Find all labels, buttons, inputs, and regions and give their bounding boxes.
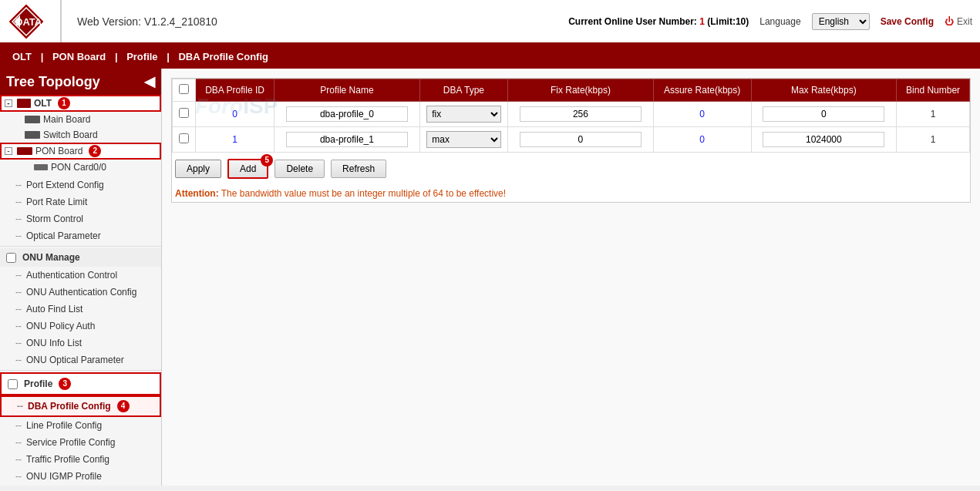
- row-checkbox[interactable]: [179, 108, 189, 118]
- th-dba-profile-id: DBA Profile ID: [196, 79, 274, 102]
- sidebar-title: Tree Topology: [6, 74, 100, 90]
- nav-port-extend-config[interactable]: -- Port Extend Config: [0, 177, 161, 193]
- breadcrumb-pon-board[interactable]: PON Board: [52, 51, 106, 62]
- profile-name-input[interactable]: [286, 106, 408, 122]
- online-users: Current Online User Number: 1 (Limit:10): [568, 16, 749, 27]
- nav-traffic-profile-config[interactable]: -- Traffic Profile Config: [0, 451, 161, 468]
- dba-profile-table: DBA Profile ID Profile Name DBA Type Fix…: [172, 79, 970, 153]
- power-icon: ⏻: [945, 16, 954, 27]
- fix-rate-input[interactable]: [520, 132, 642, 147]
- logo: DATA: [8, 3, 45, 40]
- sidebar-item-pon-board[interactable]: - PON Board 2: [0, 143, 161, 160]
- row-checkbox-cell: [173, 102, 196, 127]
- breadcrumb-olt[interactable]: OLT: [12, 51, 32, 62]
- web-version: Web Version: V1.2.4_210810: [77, 15, 568, 28]
- add-button[interactable]: Add 5: [227, 159, 268, 179]
- olt-badge: 1: [58, 97, 70, 109]
- row-bind-number: 1: [897, 127, 970, 153]
- expand-icon: -: [5, 99, 12, 107]
- row-fix-rate: [508, 102, 654, 127]
- row-fix-rate: [508, 127, 654, 153]
- th-fix-rate: Fix Rate(kbps): [508, 79, 654, 102]
- max-rate-input[interactable]: [763, 106, 884, 122]
- table-body: 0fixmaxassureassure+fixassure+max011fixm…: [173, 102, 970, 153]
- nav-onu-policy-auth[interactable]: -- ONU Policy Auth: [0, 318, 161, 335]
- profile-checkbox[interactable]: [8, 379, 18, 389]
- delete-button[interactable]: Delete: [274, 160, 325, 178]
- switch-board-icon: [25, 131, 40, 139]
- nav-storm-control[interactable]: -- Storm Control: [0, 210, 161, 227]
- nav-profile-header[interactable]: Profile 3: [0, 372, 161, 395]
- table-scroll-area: DBA Profile ID Profile Name DBA Type Fix…: [172, 79, 970, 153]
- profile-badge: 3: [59, 378, 71, 390]
- fix-rate-input[interactable]: [520, 106, 642, 122]
- nav-service-profile-config[interactable]: -- Service Profile Config: [0, 434, 161, 451]
- th-checkbox: [173, 79, 196, 102]
- nav-onu-multicast-acl[interactable]: -- ONU Multicast ACL: [0, 485, 161, 486]
- th-dba-type: DBA Type: [419, 79, 507, 102]
- sidebar-item-olt[interactable]: - OLT 1: [0, 95, 161, 112]
- nav-onu-manage[interactable]: ONU Manage: [0, 248, 161, 267]
- header-right: Current Online User Number: 1 (Limit:10)…: [568, 13, 972, 30]
- olt-label: OLT: [34, 98, 52, 109]
- nav-port-rate-limit[interactable]: -- Port Rate Limit: [0, 193, 161, 210]
- nav-onu-optical-parameter[interactable]: -- ONU Optical Parameter: [0, 351, 161, 368]
- sidebar-item-switch-board[interactable]: Switch Board: [0, 127, 161, 143]
- row-checkbox[interactable]: [179, 133, 189, 143]
- attention-prefix: Attention:: [175, 188, 219, 199]
- apply-button[interactable]: Apply: [175, 160, 221, 178]
- th-profile-name: Profile Name: [274, 79, 420, 102]
- th-bind-number: Bind Number: [897, 79, 970, 102]
- exit-button[interactable]: ⏻ Exit: [945, 16, 972, 27]
- nav-dba-profile-config[interactable]: -- DBA Profile Config 4: [0, 395, 161, 417]
- row-max-rate: [751, 102, 897, 127]
- attention-text: The bandwidth value must be an integer m…: [221, 188, 506, 199]
- switch-board-label: Switch Board: [43, 129, 98, 140]
- nav-line-profile-config[interactable]: -- Line Profile Config: [0, 417, 161, 434]
- row-max-rate: [751, 127, 897, 153]
- row-assure-rate: 0: [653, 102, 751, 127]
- pon-card-icon: [34, 164, 48, 170]
- nav-auto-find-list[interactable]: -- Auto Find List: [0, 301, 161, 318]
- dba-type-select[interactable]: fixmaxassureassure+fixassure+max: [426, 106, 500, 123]
- breadcrumb-dba-profile-config[interactable]: DBA Profile Config: [178, 51, 268, 62]
- main-board-icon: [25, 116, 40, 123]
- attention-message: Attention: The bandwidth value must be a…: [172, 185, 970, 202]
- language-select[interactable]: English Chinese: [812, 13, 870, 30]
- th-max-rate: Max Rate(kbps): [751, 79, 897, 102]
- sidebar-item-main-board[interactable]: Main Board: [0, 112, 161, 127]
- dba-badge: 4: [117, 400, 130, 412]
- nav-optical-parameter[interactable]: -- Optical Parameter: [0, 227, 161, 244]
- row-id: 1: [196, 127, 274, 153]
- sidebar-item-pon-card[interactable]: PON Card0/0: [0, 160, 161, 175]
- profile-name-input[interactable]: [286, 132, 408, 147]
- assure-rate-link[interactable]: 0: [699, 109, 705, 119]
- assure-rate-link[interactable]: 0: [699, 134, 705, 145]
- th-assure-rate: Assure Rate(kbps): [653, 79, 751, 102]
- pon-expand-icon: -: [5, 147, 12, 155]
- onu-manage-checkbox[interactable]: [6, 253, 16, 263]
- nav-authentication-control[interactable]: -- Authentication Control: [0, 267, 161, 284]
- dba-type-select[interactable]: fixmaxassureassure+fixassure+max: [426, 131, 500, 148]
- content-area: ForoISP DBA Profile ID Profile Name DBA …: [162, 69, 980, 486]
- language-label: Language: [759, 16, 800, 27]
- nav-onu-igmp-profile[interactable]: -- ONU IGMP Profile: [0, 468, 161, 485]
- collapse-arrow[interactable]: ◀: [144, 73, 155, 90]
- nav-onu-authentication-config[interactable]: -- ONU Authentication Config: [0, 284, 161, 301]
- pon-board-label: PON Board: [35, 146, 83, 156]
- row-id: 0: [196, 102, 274, 127]
- breadcrumb-profile[interactable]: Profile: [126, 51, 157, 62]
- dba-profile-id-link[interactable]: 1: [232, 134, 237, 145]
- dba-profile-id-link[interactable]: 0: [232, 109, 237, 119]
- pon-board-icon: [17, 147, 32, 155]
- pon-card-label: PON Card0/0: [51, 162, 106, 173]
- max-rate-input[interactable]: [763, 132, 884, 147]
- nav-onu-info-list[interactable]: -- ONU Info List: [0, 335, 161, 351]
- sidebar: Tree Topology ◀ - OLT 1 Main Board Switc…: [0, 69, 162, 486]
- breadcrumb: OLT | PON Board | Profile | DBA Profile …: [0, 45, 980, 69]
- table-row: 0fixmaxassureassure+fixassure+max01: [173, 102, 970, 127]
- row-profile-name: [274, 127, 420, 153]
- save-config-link[interactable]: Save Config: [881, 16, 934, 27]
- select-all-checkbox[interactable]: [179, 84, 189, 94]
- refresh-button[interactable]: Refresh: [331, 160, 386, 178]
